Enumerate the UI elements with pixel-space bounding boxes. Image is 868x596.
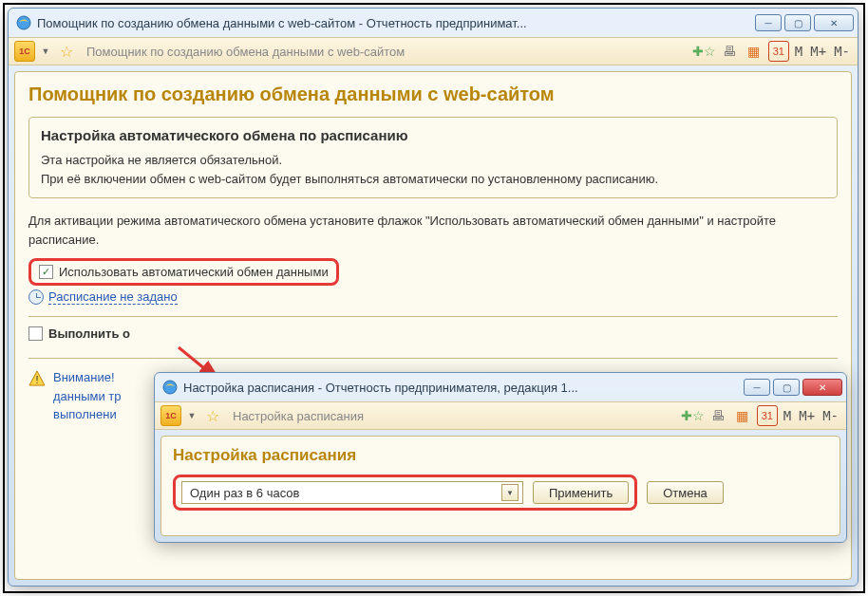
- divider-2: [28, 358, 838, 359]
- page-title: Помощник по созданию обмена данными с we…: [28, 84, 838, 105]
- favorite-star-icon[interactable]: ☆: [202, 405, 223, 426]
- execute-checkbox[interactable]: ✓: [28, 326, 43, 341]
- minimize-button[interactable]: ─: [755, 14, 782, 31]
- memory-mminus-button[interactable]: M-: [832, 44, 852, 59]
- auto-exchange-checkbox[interactable]: ✓: [39, 265, 53, 279]
- cancel-button[interactable]: Отмена: [647, 481, 724, 504]
- calendar-icon[interactable]: 31: [757, 405, 778, 426]
- child-maximize-button[interactable]: ▢: [773, 379, 800, 396]
- memory-mminus-button[interactable]: M-: [821, 408, 840, 423]
- chevron-down-icon[interactable]: ▼: [501, 484, 519, 501]
- memory-m-button[interactable]: M: [782, 408, 793, 423]
- main-titlebar: Помощник по созданию обмена данными с we…: [9, 9, 858, 37]
- highlighted-schedule-controls: Один раз в 6 часов ▼ Применить: [173, 475, 637, 511]
- clock-icon: [28, 289, 44, 305]
- child-toolbar: 1C ▼ ☆ Настройка расписания ✚☆ 🖶 ▦ 31 M …: [155, 401, 846, 430]
- child-heading: Настройка расписания: [173, 446, 828, 465]
- warning-text-2: данными тр: [53, 389, 122, 403]
- history-dropdown-icon[interactable]: ▼: [39, 41, 52, 62]
- child-breadcrumb: Настройка расписания: [227, 409, 679, 423]
- close-button[interactable]: ✕: [814, 14, 854, 31]
- svg-text:!: !: [35, 374, 38, 385]
- svg-point-0: [17, 16, 30, 29]
- main-toolbar: 1C ▼ ☆ Помощник по созданию обмена данны…: [9, 37, 858, 65]
- maximize-button[interactable]: ▢: [784, 14, 811, 31]
- calculator-icon[interactable]: ▦: [732, 405, 753, 426]
- print-icon[interactable]: 🖶: [719, 41, 740, 62]
- ie-icon: [16, 15, 31, 30]
- memory-m-button[interactable]: M: [793, 44, 804, 59]
- calculator-icon[interactable]: ▦: [744, 41, 764, 62]
- execute-label: Выполнить о: [48, 326, 130, 341]
- schedule-combobox[interactable]: Один раз в 6 часов ▼: [181, 481, 523, 504]
- child-close-button[interactable]: ✕: [802, 379, 842, 396]
- section-text-1: Эта настройка не является обязательной.: [41, 151, 825, 170]
- auto-exchange-label: Использовать автоматический обмен данным…: [59, 265, 329, 279]
- schedule-link[interactable]: Расписание не задано: [48, 289, 178, 305]
- child-minimize-button[interactable]: ─: [744, 379, 770, 396]
- schedule-dialog: Настройка расписания - Отчетность предпр…: [154, 372, 847, 543]
- section-box: Настройка автоматического обмена по расп…: [28, 117, 838, 198]
- schedule-combo-value: Один раз в 6 часов: [190, 486, 501, 500]
- memory-mplus-button[interactable]: M+: [808, 44, 828, 59]
- main-title-text: Помощник по созданию обмена данными с we…: [37, 16, 755, 30]
- warning-text-3: выполнени: [53, 407, 117, 421]
- favorite-star-icon[interactable]: ☆: [56, 41, 77, 62]
- add-favorite-icon[interactable]: ✚☆: [694, 41, 715, 62]
- print-icon[interactable]: 🖶: [708, 405, 728, 426]
- warning-icon: !: [28, 370, 46, 387]
- schedule-link-row: Расписание не задано: [28, 289, 838, 305]
- history-dropdown-icon[interactable]: ▼: [185, 405, 198, 426]
- body-text: Для активации режима автоматического обм…: [28, 212, 838, 249]
- child-title-text: Настройка расписания - Отчетность предпр…: [183, 381, 744, 395]
- memory-mplus-button[interactable]: M+: [797, 408, 817, 423]
- app-1c-icon[interactable]: 1C: [160, 405, 181, 426]
- highlighted-checkbox-area: ✓ Использовать автоматический обмен данн…: [28, 258, 339, 286]
- add-favorite-icon[interactable]: ✚☆: [683, 405, 704, 426]
- section-title: Настройка автоматического обмена по расп…: [41, 127, 825, 143]
- section-text-2: При её включении обмен с web-сайтом буде…: [41, 170, 825, 189]
- ie-icon: [162, 380, 178, 395]
- apply-button[interactable]: Применить: [533, 481, 629, 504]
- svg-point-3: [163, 381, 177, 394]
- breadcrumb: Помощник по созданию обмена данными с we…: [81, 45, 690, 59]
- app-1c-icon[interactable]: 1C: [14, 41, 35, 62]
- warning-text-1: Внимание!: [53, 370, 115, 384]
- calendar-icon[interactable]: 31: [768, 41, 789, 62]
- child-titlebar: Настройка расписания - Отчетность предпр…: [155, 373, 846, 401]
- execute-row: ✓ Выполнить о: [28, 326, 838, 341]
- divider: [28, 316, 838, 317]
- child-content: Настройка расписания Один раз в 6 часов …: [160, 436, 840, 536]
